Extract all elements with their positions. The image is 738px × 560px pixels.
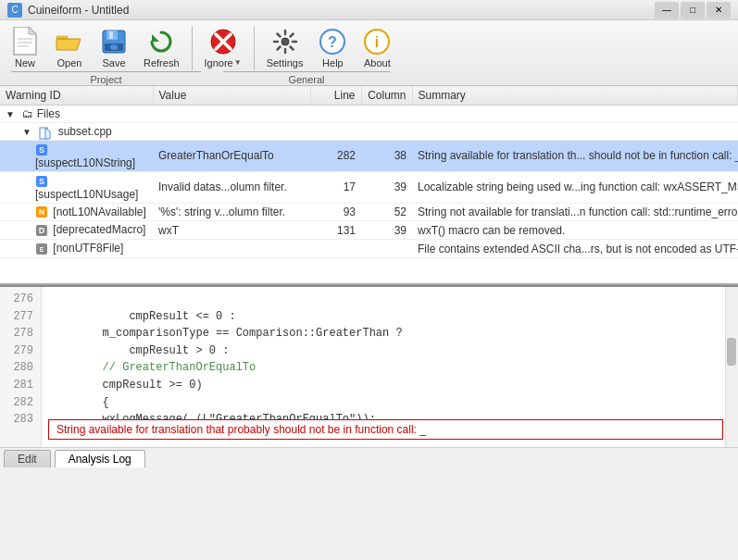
warning-tbody: ▼ 🗂 Files ▼ subset.cpp bbox=[0, 106, 738, 258]
warn-icon-1: S bbox=[35, 143, 48, 156]
general-group-label: General bbox=[223, 71, 390, 85]
bottom-bar: Edit Analysis Log bbox=[0, 447, 738, 467]
new-label: New bbox=[15, 57, 35, 68]
table-row[interactable]: D [deprecatedMacro] wxT 131 39 wxT() mac… bbox=[0, 221, 738, 240]
subset-cpp-label: subset.cpp bbox=[58, 125, 112, 138]
toolbar-separator-1 bbox=[192, 26, 193, 70]
svg-marker-30 bbox=[45, 128, 50, 139]
minimize-button[interactable]: — bbox=[655, 2, 679, 19]
code-line-280: cmpResult >= 0) bbox=[49, 379, 203, 392]
settings-label: Settings bbox=[267, 57, 304, 68]
close-button[interactable]: ✕ bbox=[707, 2, 731, 19]
refresh-button[interactable]: Refresh bbox=[137, 24, 186, 71]
table-row[interactable]: N [notL10NAvailable] '%s': string v...ol… bbox=[0, 203, 738, 221]
about-label: About bbox=[364, 57, 391, 68]
svg-text:D: D bbox=[39, 226, 45, 235]
about-icon: i bbox=[362, 27, 392, 56]
save-button[interactable]: Save bbox=[93, 24, 135, 71]
warn-icon-4: D bbox=[35, 224, 48, 237]
save-icon bbox=[99, 27, 129, 56]
settings-icon bbox=[270, 27, 300, 56]
svg-text:?: ? bbox=[329, 34, 338, 50]
toolbar-separator-2 bbox=[254, 26, 255, 70]
toolbar: New Open bbox=[0, 20, 738, 86]
svg-marker-1 bbox=[29, 27, 36, 34]
code-line-279: // GreaterThanOrEqualTo bbox=[49, 361, 256, 374]
code-editor: 276277278279280281282283 cmpResult <= 0 … bbox=[0, 285, 738, 447]
svg-line-22 bbox=[290, 47, 293, 50]
new-button[interactable]: New bbox=[4, 24, 46, 71]
ignore-dropdown-arrow: ▼ bbox=[234, 58, 242, 67]
scrollbar-thumb[interactable] bbox=[727, 338, 736, 366]
code-line-277: m_comparisonType == Comparison::GreaterT… bbox=[49, 327, 403, 340]
save-label: Save bbox=[102, 57, 125, 68]
refresh-label: Refresh bbox=[144, 57, 180, 68]
svg-point-11 bbox=[110, 44, 118, 50]
open-icon bbox=[55, 27, 84, 56]
svg-text:N: N bbox=[39, 207, 45, 217]
table-header: Warning ID Value Line Column Summary bbox=[0, 86, 738, 106]
open-button[interactable]: Open bbox=[48, 24, 91, 71]
files-root-row[interactable]: ▼ 🗂 Files bbox=[0, 106, 738, 123]
warn-icon-2: S bbox=[35, 175, 48, 188]
code-line-278: cmpResult > 0 : bbox=[49, 344, 229, 357]
tab-analysis-log[interactable]: Analysis Log bbox=[55, 450, 145, 467]
col-header-col: Column bbox=[361, 86, 412, 106]
svg-text:S: S bbox=[39, 145, 44, 155]
ignore-button[interactable]: Ignore ▼ bbox=[198, 24, 248, 71]
about-button[interactable]: i About bbox=[356, 24, 398, 71]
warning-table: Warning ID Value Line Column Summary ▼ 🗂… bbox=[0, 86, 738, 258]
svg-text:E: E bbox=[40, 246, 44, 253]
project-group-label: Project bbox=[11, 71, 201, 85]
col-header-value: Value bbox=[153, 86, 310, 106]
title-bar-left: C Cuineiform - Untitled bbox=[7, 3, 129, 18]
code-scrollbar[interactable] bbox=[725, 287, 738, 447]
svg-point-16 bbox=[281, 38, 289, 45]
refresh-icon bbox=[146, 27, 176, 56]
code-line-276: cmpResult <= 0 : bbox=[49, 310, 236, 323]
warn-icon-5: E bbox=[35, 243, 48, 255]
table-row[interactable]: E [nonUTF8File] File contains extended A… bbox=[0, 240, 738, 258]
svg-text:S: S bbox=[39, 177, 44, 186]
code-line-281: { bbox=[49, 396, 109, 409]
app-icon: C bbox=[7, 3, 22, 18]
svg-text:i: i bbox=[375, 34, 379, 50]
tab-edit[interactable]: Edit bbox=[4, 450, 51, 467]
line-numbers: 276277278279280281282283 bbox=[0, 287, 42, 447]
col-header-warnid: Warning ID bbox=[0, 86, 153, 106]
svg-marker-12 bbox=[152, 34, 159, 42]
svg-line-21 bbox=[277, 34, 280, 37]
title-bar: C Cuineiform - Untitled — □ ✕ bbox=[0, 0, 738, 20]
window-title: Cuineiform - Untitled bbox=[28, 4, 129, 17]
warning-table-container: Warning ID Value Line Column Summary ▼ 🗂… bbox=[0, 86, 738, 285]
files-label: Files bbox=[37, 107, 60, 120]
title-bar-controls: — □ ✕ bbox=[655, 2, 731, 19]
group-labels: Project General bbox=[4, 71, 734, 85]
error-message: String available for translation that pr… bbox=[56, 423, 426, 436]
svg-rect-9 bbox=[109, 31, 113, 39]
open-label: Open bbox=[57, 57, 82, 68]
help-icon: ? bbox=[318, 27, 347, 56]
col-header-line: Line bbox=[310, 86, 361, 106]
svg-line-23 bbox=[290, 34, 293, 37]
ignore-icon bbox=[208, 27, 238, 56]
svg-rect-6 bbox=[56, 39, 81, 40]
settings-button[interactable]: Settings bbox=[260, 24, 310, 71]
table-row[interactable]: S [suspectL10NString] GreaterThanOrEqual… bbox=[0, 141, 738, 172]
error-overlay: String available for translation that pr… bbox=[48, 419, 723, 440]
files-icon: 🗂 bbox=[22, 107, 33, 120]
warn-icon-3: N bbox=[35, 205, 48, 218]
help-button[interactable]: ? Help bbox=[311, 24, 354, 71]
subset-expand-icon[interactable]: ▼ bbox=[22, 127, 33, 138]
maximize-button[interactable]: □ bbox=[681, 2, 705, 19]
help-label: Help bbox=[322, 57, 344, 68]
table-row[interactable]: S [suspectL10NUsage] Invalid datas...olu… bbox=[0, 171, 738, 203]
svg-line-24 bbox=[277, 47, 280, 50]
file-icon bbox=[39, 127, 52, 138]
col-header-summary: Summary bbox=[412, 86, 738, 106]
files-expand-icon[interactable]: ▼ bbox=[6, 109, 17, 120]
new-icon bbox=[10, 27, 40, 56]
file-row-subset[interactable]: ▼ subset.cpp bbox=[0, 123, 738, 141]
ignore-label: Ignore bbox=[205, 57, 233, 68]
